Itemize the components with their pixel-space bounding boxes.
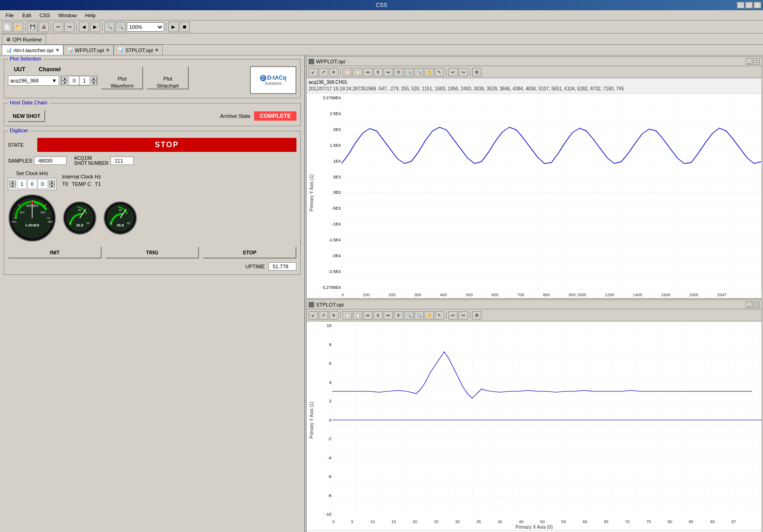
ch-val2: 1 <box>79 76 89 85</box>
menu-help[interactable]: Help <box>81 12 99 19</box>
wf-ctrl-5[interactable]: 📋 <box>353 68 362 76</box>
print-button[interactable]: 🖨 <box>39 22 49 32</box>
redo-button[interactable]: ↪ <box>64 22 75 32</box>
ch-up-down[interactable]: ▼ <box>62 81 68 85</box>
tab-stplot-close[interactable]: ✕ <box>155 48 158 53</box>
zoom-in-button[interactable]: 🔍 <box>116 22 126 32</box>
clk-down[interactable]: ▼ <box>9 184 16 188</box>
wf-ctrl-6[interactable]: ⇔ <box>363 68 372 76</box>
stop-run-button[interactable]: ⏹ <box>179 22 190 32</box>
st-ctrl-9[interactable]: ⇕ <box>394 311 403 320</box>
zoom-select[interactable]: 100% 75% 125% 150% <box>127 22 164 32</box>
wf-ctrl-4[interactable]: 📋 <box>343 68 352 76</box>
wf-ctrl-1[interactable]: ↙ <box>309 68 318 76</box>
tab-rtm-close[interactable]: ✕ <box>55 48 59 53</box>
tab-rtm-launcher[interactable]: 📊 rtm-t-launcher.opi ✕ <box>2 45 63 55</box>
st-ctrl-zoom-in[interactable]: 🔍 <box>404 311 413 320</box>
wf-ctrl-cursor[interactable]: ↖ <box>435 68 444 76</box>
st-ctrl-1[interactable]: ↙ <box>309 311 318 320</box>
maximize-button[interactable]: □ <box>745 2 753 8</box>
samples-label: SAMPLES <box>8 158 32 164</box>
clock-spinner-group[interactable]: ▲ ▼ 1 0 0 ▲ ▼ <box>8 178 56 190</box>
wf-x-ticks: 0100200300400500600700800900 10001200140… <box>307 292 762 298</box>
wfplot-svg-container <box>342 94 762 292</box>
wf-ctrl-undo[interactable]: ↩ <box>448 68 458 76</box>
zoom-out-button[interactable]: 🔍 <box>104 22 115 32</box>
sep <box>340 312 341 319</box>
channel-spinner[interactable]: ▲ ▼ 0 1 ▲ ▼ <box>61 75 97 86</box>
init-button[interactable]: INIT <box>8 246 102 259</box>
svg-text:36.8: 36.8 <box>117 223 124 227</box>
wfplot-min[interactable]: _ <box>746 58 752 65</box>
init-label: INIT <box>50 250 60 255</box>
menu-css[interactable]: CSS <box>36 12 54 19</box>
shot-number-value: 111 <box>110 157 134 165</box>
run-button[interactable]: ▶ <box>168 22 179 32</box>
st-ctrl-cursor[interactable]: ↖ <box>435 311 444 320</box>
wf-ctrl-9[interactable]: ⇕ <box>394 68 403 76</box>
acq-select-display: acq196_368 ▼ <box>8 75 59 86</box>
sep3 <box>470 312 470 319</box>
wf-ctrl-7[interactable]: ⇕ <box>373 68 383 76</box>
stplot-svg-container <box>332 321 762 518</box>
clk-r-down[interactable]: ▼ <box>48 184 55 188</box>
clk-up[interactable]: ▲ <box>9 180 16 184</box>
open-button[interactable]: 📂 <box>13 22 23 32</box>
trig-button[interactable]: TRIG <box>105 246 199 259</box>
stplot-max[interactable]: □ <box>753 301 760 308</box>
st-ctrl-6[interactable]: ⇔ <box>363 311 372 320</box>
wf-ctrl-redo[interactable]: ↪ <box>459 68 468 76</box>
wf-ctrl-pan[interactable]: ✋ <box>425 68 434 76</box>
st-ctrl-pan[interactable]: ✋ <box>425 311 434 320</box>
wf-ctrl-2[interactable]: ↗ <box>319 68 328 76</box>
ch-up-up[interactable]: ▲ <box>62 76 68 81</box>
tab-stplot[interactable]: 📊 STPLOT.opi ✕ <box>114 45 163 55</box>
wf-y-label-container: Primary Y Axis (1) <box>307 94 316 292</box>
ch-down-down[interactable]: ▼ <box>90 81 97 85</box>
st-ctrl-zoom-out[interactable]: 🔍 <box>414 311 424 320</box>
plot-waveform-button[interactable]: Plot Waveform <box>101 66 143 89</box>
tab-wfplot-label: WFPLOT.opi <box>75 48 104 53</box>
clk-r-up[interactable]: ▲ <box>48 180 55 184</box>
st-ctrl-4[interactable]: 📋 <box>343 311 352 320</box>
wf-ctrl-zoom-out[interactable]: 🔍 <box>414 68 424 76</box>
tab-wfplot-close[interactable]: ✕ <box>106 48 110 53</box>
st-y-ticks: 1086420-2-4-6-8-10 <box>316 321 332 518</box>
wfplot-max[interactable]: □ <box>753 58 760 65</box>
back-button[interactable]: ◀ <box>79 22 89 32</box>
ch-down-up[interactable]: ▲ <box>90 76 97 81</box>
st-ctrl-5[interactable]: 📋 <box>353 311 362 320</box>
st-ctrl-2[interactable]: ↗ <box>319 311 328 320</box>
wf-ctrl-settings[interactable]: ⚙ <box>472 68 481 76</box>
wf-ctrl-8[interactable]: ⇔ <box>384 68 393 76</box>
sep5 <box>166 22 166 32</box>
menu-window[interactable]: Window <box>55 12 80 19</box>
minimize-button[interactable]: _ <box>737 2 744 8</box>
menu-file[interactable]: File <box>2 12 18 19</box>
new-shot-button[interactable]: NEW SHOT <box>8 110 45 122</box>
close-button[interactable]: ✕ <box>754 2 761 8</box>
st-ctrl-7[interactable]: ⇕ <box>373 311 383 320</box>
wf-ctrl-3[interactable]: ✕ <box>329 68 338 76</box>
st-ctrl-8[interactable]: ⇔ <box>384 311 393 320</box>
st-ctrl-redo[interactable]: ↪ <box>459 311 468 320</box>
undo-button[interactable]: ↩ <box>53 22 63 32</box>
stplot-min[interactable]: _ <box>746 301 752 308</box>
forward-button[interactable]: ▶ <box>90 22 100 32</box>
save-button[interactable]: 💾 <box>27 22 38 32</box>
window-controls[interactable]: _ □ ✕ <box>737 2 761 8</box>
t1-gauge: 50 0 50 36.8 <box>103 201 138 236</box>
st-ctrl-undo[interactable]: ↩ <box>448 311 458 320</box>
tab-opi-runtime[interactable]: 🖥 OPI Runtime <box>2 34 46 44</box>
stplot-title-bar: STPLOT.opi _ □ <box>307 300 762 309</box>
tab-wfplot[interactable]: 📊 WFPLOT.opi ✕ <box>63 45 114 55</box>
new-button[interactable]: 📄 <box>2 22 12 32</box>
st-ctrl-3[interactable]: ✕ <box>329 311 338 320</box>
plot-stripchart-button[interactable]: Plot Stripchart <box>147 66 189 89</box>
st-ctrl-settings[interactable]: ⚙ <box>472 311 481 320</box>
left-panel: Plot Selection UUT Channel acq196_368 ▼ <box>0 55 305 532</box>
wf-ctrl-zoom-in[interactable]: 🔍 <box>404 68 413 76</box>
state-value: STOP <box>37 138 296 152</box>
stop-button[interactable]: STOP <box>203 246 296 259</box>
menu-edit[interactable]: Edit <box>19 12 35 19</box>
